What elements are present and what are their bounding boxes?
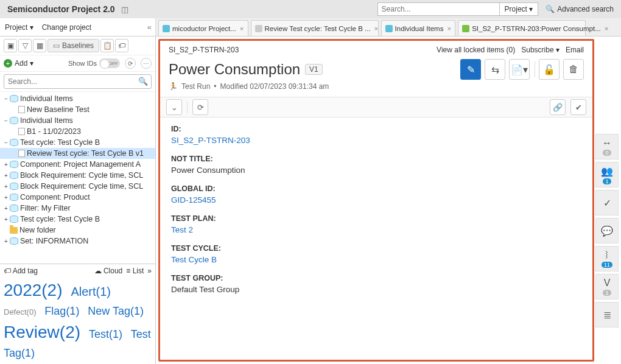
- tag-view-list[interactable]: ≡ List: [126, 267, 144, 275]
- tree-row[interactable]: +Component: Product: [0, 192, 155, 203]
- tag[interactable]: Defect(0): [4, 307, 36, 317]
- twisty-icon[interactable]: +: [2, 172, 10, 179]
- rail-button[interactable]: ↔0: [595, 134, 619, 159]
- database-icon: [10, 205, 18, 212]
- add-tag-button[interactable]: 🏷 Add tag: [4, 267, 38, 275]
- field-value[interactable]: Test 2: [171, 225, 581, 234]
- tool-tag-icon[interactable]: 🏷: [115, 39, 128, 52]
- tab[interactable]: Individual Items×: [381, 20, 456, 36]
- close-icon[interactable]: ×: [374, 25, 379, 32]
- tab-icon: [385, 25, 393, 32]
- tag[interactable]: Alert(1): [71, 285, 111, 298]
- tree-row[interactable]: −Individual Items: [0, 93, 155, 104]
- close-icon[interactable]: ×: [605, 25, 609, 32]
- tree-row[interactable]: +Filter: My Filter: [0, 203, 155, 214]
- relationship-button[interactable]: ⇆: [485, 59, 505, 80]
- window-icon[interactable]: ◫: [121, 5, 128, 14]
- show-ids-toggle[interactable]: Show IDs OFF: [68, 58, 120, 68]
- tree-row[interactable]: +Block Requirement: Cycle time, SCL: [0, 181, 155, 192]
- delete-button[interactable]: 🗑: [563, 59, 584, 80]
- field-label: TEST PLAN:: [171, 214, 581, 223]
- search-scope-label: Project: [505, 5, 527, 13]
- tab[interactable]: Review Test cycle: Test Cycle B ...×: [251, 20, 379, 36]
- rail-button[interactable]: ⧘11: [595, 246, 619, 271]
- tree-label: Filter: My Filter: [20, 204, 71, 212]
- database-icon: [10, 117, 18, 124]
- tag-toolbar: 🏷 Add tag ☁ Cloud ≡ List »: [4, 267, 152, 275]
- tree-row[interactable]: +Component: Project Management A: [0, 159, 155, 170]
- tag[interactable]: 2022(2): [4, 281, 63, 299]
- twisty-icon[interactable]: −: [2, 96, 10, 102]
- email-link[interactable]: Email: [566, 46, 584, 54]
- tree-row[interactable]: Review Test cycle: Test Cycle B v1: [0, 148, 155, 159]
- lock-button[interactable]: 🔓: [539, 59, 560, 80]
- sidebar-search-input[interactable]: [4, 74, 152, 89]
- field-value[interactable]: Test Cycle B: [171, 255, 581, 264]
- twisty-icon[interactable]: +: [2, 183, 10, 190]
- tag[interactable]: Test(1): [89, 328, 122, 340]
- twisty-icon[interactable]: +: [2, 205, 10, 212]
- tree-row[interactable]: New folder: [0, 225, 155, 236]
- edit-button[interactable]: ✎: [460, 59, 481, 80]
- field-value[interactable]: SI_S2_P-TSTRN-203: [171, 136, 581, 145]
- rail-button[interactable]: V1: [595, 274, 619, 299]
- page-title: Power Consumption: [169, 61, 300, 78]
- locked-items-link[interactable]: View all locked items (0): [437, 46, 515, 54]
- collapse-all-icon[interactable]: ⌄: [166, 99, 182, 115]
- field-value[interactable]: GID-125455: [171, 195, 581, 205]
- rail-button[interactable]: 💬: [595, 218, 619, 243]
- tool-expand-icon[interactable]: ▣: [4, 39, 17, 52]
- export-dropdown[interactable]: 📄▾: [509, 59, 530, 80]
- advanced-search-link[interactable]: 🔍 Advanced search: [546, 5, 614, 13]
- tool-filter-icon[interactable]: ▽: [18, 39, 32, 52]
- tree-row[interactable]: +Block Requirement: Cycle time, SCL: [0, 170, 155, 181]
- twisty-icon[interactable]: +: [2, 161, 10, 168]
- tree-row[interactable]: B1 - 11/02/2023: [0, 126, 155, 137]
- status-check-icon[interactable]: ✔: [570, 99, 586, 115]
- rail-icon: ↔: [602, 138, 612, 149]
- twisty-icon[interactable]: −: [2, 139, 10, 146]
- tab-label: SI_S2_P-TSTRN-203:Power Consumpt...: [472, 25, 601, 32]
- tag-view-cloud[interactable]: ☁ Cloud: [94, 267, 123, 275]
- project-dropdown[interactable]: Project ▾: [5, 23, 33, 32]
- more-tree-icon[interactable]: ⋯: [141, 58, 152, 69]
- refresh-tree-icon[interactable]: ⟳: [125, 58, 136, 69]
- database-icon: [10, 161, 18, 168]
- tree-row[interactable]: +Set: INFORMATION: [0, 236, 155, 247]
- tab-icon: [462, 25, 469, 32]
- global-search-input[interactable]: [377, 2, 499, 16]
- change-project-link[interactable]: Change project: [42, 23, 91, 32]
- twisty-icon[interactable]: +: [2, 238, 10, 245]
- close-icon[interactable]: ×: [447, 25, 451, 32]
- tool-grid-icon[interactable]: ▦: [33, 39, 46, 52]
- tool-clipboard-icon[interactable]: 📋: [100, 39, 114, 52]
- tool-baselines-button[interactable]: ▭ Baselines: [47, 39, 99, 52]
- tree-row[interactable]: +Test cycle: Test Cycle B: [0, 214, 155, 225]
- twisty-icon[interactable]: +: [2, 216, 10, 223]
- rail-badge: 1: [603, 178, 611, 184]
- search-scope-dropdown[interactable]: Project ▾: [499, 2, 539, 16]
- sidebar-toolbar: ▣ ▽ ▦ ▭ Baselines 📋 🏷: [0, 37, 155, 55]
- tab[interactable]: SI_S2_P-TSTRN-203:Power Consumpt...×: [458, 20, 586, 36]
- tag[interactable]: New Tag(1): [88, 305, 144, 317]
- rail-button[interactable]: ✓: [595, 190, 619, 215]
- twisty-icon[interactable]: +: [2, 194, 10, 201]
- sidebar: ▣ ▽ ▦ ▭ Baselines 📋 🏷 +Add ▾ Show IDs OF…: [0, 37, 156, 364]
- tag-expand-icon[interactable]: »: [147, 267, 152, 275]
- link-icon[interactable]: 🔗: [550, 99, 566, 115]
- tree-row[interactable]: −Individual Items: [0, 115, 155, 126]
- refresh-icon[interactable]: ⟳: [192, 99, 208, 115]
- tab[interactable]: micoductor Project...×: [158, 20, 248, 36]
- database-icon: [10, 215, 18, 223]
- rail-button[interactable]: 👥1: [595, 162, 619, 187]
- subscribe-dropdown[interactable]: Subscribe ▾: [521, 46, 560, 54]
- close-icon[interactable]: ×: [240, 25, 244, 32]
- tag[interactable]: Flag(1): [44, 305, 79, 317]
- tag[interactable]: Review(2): [4, 323, 80, 341]
- tree-row[interactable]: −Test cycle: Test Cycle B: [0, 137, 155, 148]
- add-button[interactable]: +Add ▾: [4, 59, 33, 68]
- tree-row[interactable]: New Baseline Test: [0, 104, 155, 115]
- collapse-sidebar-icon[interactable]: «: [147, 23, 152, 32]
- rail-button[interactable]: ≣: [595, 302, 619, 327]
- twisty-icon[interactable]: −: [2, 117, 10, 124]
